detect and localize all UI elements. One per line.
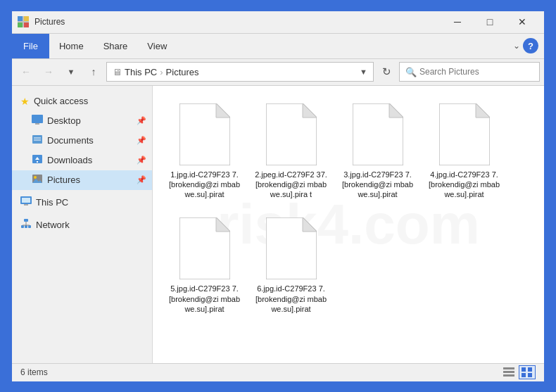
list-view-button[interactable] <box>500 365 517 379</box>
back-button[interactable]: ← <box>16 62 36 82</box>
menu-bar: File Home Share View ⌄ ? <box>12 34 544 59</box>
svg-rect-11 <box>37 161 38 163</box>
svg-rect-3 <box>24 23 29 27</box>
desktop-icon <box>32 114 43 127</box>
file-item[interactable]: 5.jpg.id-C279F23 7.[brokendig@zi mbabwe.… <box>164 211 245 320</box>
file-icon <box>439 103 490 165</box>
file-icon <box>266 103 317 165</box>
quick-access-label: Quick access <box>34 96 88 106</box>
quick-access-section: ★ Quick access Desktop 📌 Documents 📌 <box>12 91 152 190</box>
search-bar[interactable]: 🔍 <box>399 62 540 82</box>
this-pc-section: This PC <box>12 193 152 213</box>
file-item[interactable]: 3.jpg.id-C279F23 7.[brokendig@zi mbabwe.… <box>337 97 418 206</box>
address-separator: › <box>160 67 163 77</box>
file-icon <box>266 217 317 279</box>
svg-rect-38 <box>503 371 514 373</box>
downloads-icon <box>32 153 43 167</box>
title-bar: Pictures ─ □ ✕ <box>12 11 544 34</box>
main-content: ★ Quick access Desktop 📌 Documents 📌 <box>12 86 544 363</box>
svg-marker-34 <box>216 217 230 232</box>
address-folder-icon: 🖥 <box>113 67 122 77</box>
file-icon <box>179 103 230 165</box>
address-this-pc: This PC <box>125 67 157 77</box>
address-bar[interactable]: 🖥 This PC › Pictures ▼ <box>106 62 374 82</box>
maximize-button[interactable]: □ <box>474 11 506 33</box>
menu-bar-right: ⌄ ? <box>513 38 544 53</box>
svg-rect-16 <box>24 204 28 206</box>
menu-expand-icon[interactable]: ⌄ <box>513 41 520 51</box>
help-icon[interactable]: ? <box>523 38 538 53</box>
svg-rect-20 <box>28 225 31 228</box>
svg-point-13 <box>34 176 37 179</box>
svg-rect-5 <box>35 123 39 125</box>
svg-marker-36 <box>303 217 317 232</box>
sidebar-item-downloads[interactable]: Downloads 📌 <box>12 151 152 170</box>
file-name: 4.jpg.id-C279F23 7.[brokendig@zi mbabwe.… <box>427 170 501 200</box>
file-name: 1.jpg.id-C279F23 7.[brokendig@zi mbabwe.… <box>168 170 241 200</box>
file-item[interactable]: 1.jpg.id-C279F23 7.[brokendig@zi mbabwe.… <box>164 97 245 206</box>
menu-file[interactable]: File <box>12 34 49 58</box>
sidebar-item-network[interactable]: Network <box>12 215 152 235</box>
svg-rect-37 <box>503 367 514 369</box>
window-icon <box>18 16 29 27</box>
documents-label: Documents <box>47 135 94 146</box>
svg-rect-2 <box>18 23 23 27</box>
close-button[interactable]: ✕ <box>506 11 538 33</box>
menu-share[interactable]: Share <box>94 34 138 58</box>
item-count: 6 items <box>20 367 48 377</box>
downloads-pin-icon: 📌 <box>137 156 146 165</box>
svg-rect-40 <box>522 367 526 372</box>
desktop-label: Desktop <box>47 115 81 126</box>
pictures-label: Pictures <box>47 175 80 185</box>
network-section: Network <box>12 215 152 235</box>
svg-marker-32 <box>476 103 490 118</box>
files-grid: 1.jpg.id-C279F23 7.[brokendig@zi mbabwe.… <box>164 97 533 321</box>
this-pc-icon <box>20 196 32 209</box>
network-icon <box>20 218 32 232</box>
search-icon: 🔍 <box>405 67 417 77</box>
file-icon <box>353 103 403 165</box>
menu-view[interactable]: View <box>137 34 177 58</box>
file-icon <box>179 217 230 279</box>
svg-rect-21 <box>25 225 27 228</box>
svg-rect-0 <box>18 16 23 21</box>
menu-home[interactable]: Home <box>49 34 94 58</box>
refresh-button[interactable]: ↻ <box>377 62 396 82</box>
svg-rect-17 <box>22 198 30 203</box>
sidebar-item-pictures[interactable]: Pictures 📌 <box>12 170 152 190</box>
svg-marker-28 <box>303 103 317 118</box>
file-name: 2.jpeg.id-C279F2 37.[brokendig@zi mbabwe… <box>254 170 328 200</box>
svg-rect-4 <box>32 115 43 123</box>
forward-button[interactable]: → <box>39 62 58 82</box>
sidebar-item-desktop[interactable]: Desktop 📌 <box>12 111 152 131</box>
svg-rect-19 <box>21 225 24 228</box>
file-item[interactable]: 6.jpg.id-C279F23 7.[brokendig@zi mbabwe.… <box>251 211 331 320</box>
this-pc-label: This PC <box>36 197 68 208</box>
svg-marker-30 <box>389 103 403 118</box>
file-area: risk4.com 1.jpg.id-C279F23 7.[brokendig@… <box>153 86 544 363</box>
minimize-button[interactable]: ─ <box>441 11 474 33</box>
svg-rect-43 <box>528 373 532 377</box>
file-item[interactable]: 4.jpg.id-C279F23 7.[brokendig@zi mbabwe.… <box>424 97 505 206</box>
status-bar: 6 items <box>12 363 544 381</box>
file-name: 3.jpg.id-C279F23 7.[brokendig@zi mbabwe.… <box>341 170 415 200</box>
svg-rect-18 <box>24 219 28 222</box>
sidebar-item-documents[interactable]: Documents 📌 <box>12 131 152 151</box>
sidebar-item-this-pc[interactable]: This PC <box>12 193 152 213</box>
svg-marker-26 <box>216 103 230 118</box>
title-text: Pictures <box>34 17 65 27</box>
file-item[interactable]: 2.jpeg.id-C279F2 37.[brokendig@zi mbabwe… <box>251 97 331 206</box>
pictures-icon <box>32 173 43 186</box>
up-button[interactable]: ↑ <box>84 62 103 82</box>
sidebar: ★ Quick access Desktop 📌 Documents 📌 <box>12 86 153 363</box>
svg-rect-6 <box>32 135 42 144</box>
search-input[interactable] <box>419 67 533 77</box>
sidebar-item-quick-access[interactable]: ★ Quick access <box>12 91 152 111</box>
icon-view-button[interactable] <box>519 365 536 379</box>
address-dropdown-icon[interactable]: ▼ <box>360 68 367 76</box>
documents-icon <box>32 134 43 147</box>
titlebar-icons <box>18 16 29 27</box>
svg-rect-41 <box>528 367 532 372</box>
recent-button[interactable]: ▼ <box>61 62 81 82</box>
network-label: Network <box>36 220 70 230</box>
